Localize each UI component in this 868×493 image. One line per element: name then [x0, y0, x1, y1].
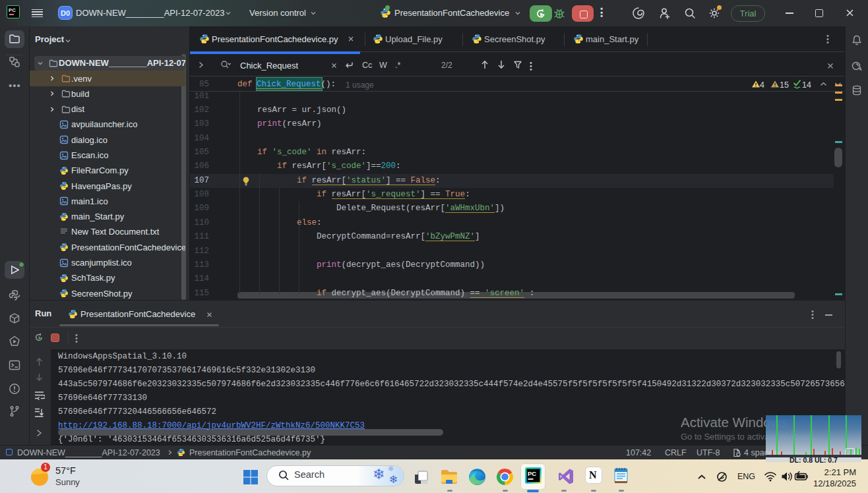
svg-text:PC: PC: [528, 470, 536, 477]
